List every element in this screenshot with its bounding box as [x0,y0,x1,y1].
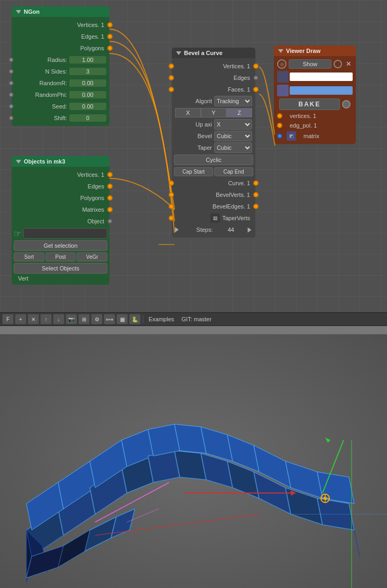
ngon-nsides-value[interactable]: 3 [69,68,106,75]
ngon-randomr-socket-left[interactable] [8,80,14,86]
bevel-beveledges-socket-right[interactable] [253,204,259,209]
viewer-eye-icon[interactable]: ◎ [277,59,287,69]
bevel-beveledges-row: BevelEdges. 1 [172,201,255,212]
vegr-button[interactable]: VeGr [77,252,107,261]
bevel-vertices-socket-left[interactable] [169,64,174,69]
toolbar-f-btn[interactable]: F [2,314,14,324]
viewer-swatches-row [274,70,356,84]
bevel-edges-socket-left[interactable] [169,75,174,80]
bevel-bevelverts-socket-left[interactable] [169,192,174,197]
toolbar-x-btn[interactable]: ✕ [27,314,39,324]
viewer-swatch-white[interactable] [290,73,353,81]
cyclic-button[interactable]: Cyclic [174,155,253,165]
bevel-curve-row: Curve. 1 [172,177,255,189]
toolbar-arrows-btn[interactable]: ⟺ [104,314,115,324]
cap-start-button[interactable]: Cap Start [174,167,213,176]
bevel-taper-label: Taper [175,144,214,151]
bevel-faces-socket-right[interactable] [253,87,259,92]
ngon-polygons-socket-right[interactable] [107,46,113,51]
viewer-show-row: ◎ Show ✕ [274,58,356,70]
get-selection-button[interactable]: Get selection [14,240,107,251]
ngon-nsides-socket-left[interactable] [8,69,14,74]
ngon-randomphi-row: RandomPhi: 0.00 [12,89,109,101]
bevel-taperverts-socket-left[interactable] [169,215,174,221]
ngon-seed-value[interactable]: 0.00 [69,103,106,110]
bevel-curve-socket-right[interactable] [253,180,259,186]
bevel-algorit-select[interactable]: Tracking Frenet [214,96,252,106]
toolbar-grid-btn[interactable]: ▦ [116,314,128,324]
bevel-steps-value[interactable]: 44 [215,227,247,233]
ngon-randomphi-value[interactable]: 0.00 [69,91,106,98]
obj-object-row: Object [12,215,109,227]
cursor-icon: ☞ [14,229,21,239]
bevel-curve-socket-left[interactable] [169,180,174,186]
bevel-beveledges-label: BevelEdges. 1 [175,203,252,210]
bevel-beveledges-socket-left[interactable] [169,204,174,209]
toolbar-up-btn[interactable]: ↑ [40,314,52,324]
ngon-shift-value[interactable]: 0 [69,114,106,122]
bevel-faces-socket-left[interactable] [169,87,174,92]
obj-polygons-socket[interactable] [107,195,113,201]
examples-label[interactable]: Examples [145,316,177,322]
ngon-randomphi-socket-left[interactable] [8,92,14,97]
obj-input-field[interactable] [23,228,107,239]
ngon-radius-socket-left[interactable] [8,57,14,62]
viewer-collapse-icon[interactable] [278,49,283,53]
objects-collapse-icon[interactable] [16,160,21,164]
ngon-shift-socket-left[interactable] [8,115,14,121]
bevel-z-button[interactable]: Z [226,108,252,117]
obj-object-socket[interactable] [107,219,113,224]
bevel-xyz-row: X Y Z [172,107,255,119]
viewer-swatch-blue[interactable] [290,86,353,95]
viewer-vertices-socket[interactable] [277,113,282,119]
toolbar-dots1-btn[interactable]: ⊞ [78,314,90,324]
bevel-taperverts-label: TaperVerts [222,215,252,221]
bevel-taper-select[interactable]: Cubic Linear [214,142,252,153]
viewer-matrix-socket[interactable] [277,133,282,139]
toolbar-snake-btn[interactable]: 🐍 [129,314,141,324]
ngon-nsides-label: N Sides: [15,68,69,75]
sort-button[interactable]: Sort [14,252,44,261]
objects-header: Objects in mk3 [12,156,109,167]
obj-matrixes-socket[interactable] [107,207,113,212]
ngon-edges-socket-right[interactable] [107,34,113,39]
bake-gear-icon[interactable] [342,100,351,108]
bevel-upaxi-row: Up axi X Y Z [172,119,255,130]
bevel-bevelverts-socket-right[interactable] [253,192,259,197]
toolbar-settings-btn[interactable]: ⚙ [91,314,103,324]
bevel-vertices-socket-right[interactable] [253,64,259,69]
bevel-collapse-icon[interactable] [176,51,181,55]
ngon-vertices-socket-right[interactable] [107,22,113,28]
cap-end-button[interactable]: Cap End [214,167,253,176]
steps-right-arrow[interactable] [248,227,252,232]
select-objects-button[interactable]: Select Objects [14,263,107,274]
steps-left-arrow[interactable] [175,227,179,232]
ngon-collapse-icon[interactable] [16,10,21,14]
objects-node: Objects in mk3 Vertices. 1 Edges Polygon… [12,156,109,285]
obj-edges-socket[interactable] [107,184,113,189]
toolbar-down-btn[interactable]: ↓ [53,314,64,324]
viewer-edgpol-socket[interactable] [277,123,282,128]
bevel-x-button[interactable]: X [175,108,201,117]
obj-vertices-socket[interactable] [107,172,113,177]
ngon-randomr-label: RandomR: [15,80,69,86]
viewport[interactable] [0,326,387,588]
obj-object-label: Object [15,218,106,224]
viewer-circle-icon[interactable] [334,60,342,68]
bake-button[interactable]: BAKE [279,98,339,110]
bevel-edges-socket-right[interactable] [253,75,259,80]
ngon-radius-value[interactable]: 1.00 [69,56,106,64]
node-editor: NGon Vertices. 1 Edges. 1 Polygons Radiu… [0,0,387,312]
viewer-show-button[interactable]: Show [289,59,331,69]
viewer-x-icon[interactable]: ✕ [344,60,353,68]
ngon-randomr-value[interactable]: 0.00 [69,79,106,87]
obj-edges-row: Edges [12,180,109,192]
bevel-bevel-select[interactable]: Cubic Linear [214,131,252,141]
toolbar-camera-btn[interactable]: 📷 [66,314,77,324]
bevel-cap-row: Cap Start Cap End [172,166,255,177]
bevel-upaxi-select[interactable]: X Y Z [214,119,252,130]
post-button[interactable]: Post [45,252,76,261]
toolbar-plus-btn[interactable]: + [15,314,26,324]
ngon-seed-socket-left[interactable] [8,104,14,109]
bevel-y-button[interactable]: Y [201,108,227,117]
